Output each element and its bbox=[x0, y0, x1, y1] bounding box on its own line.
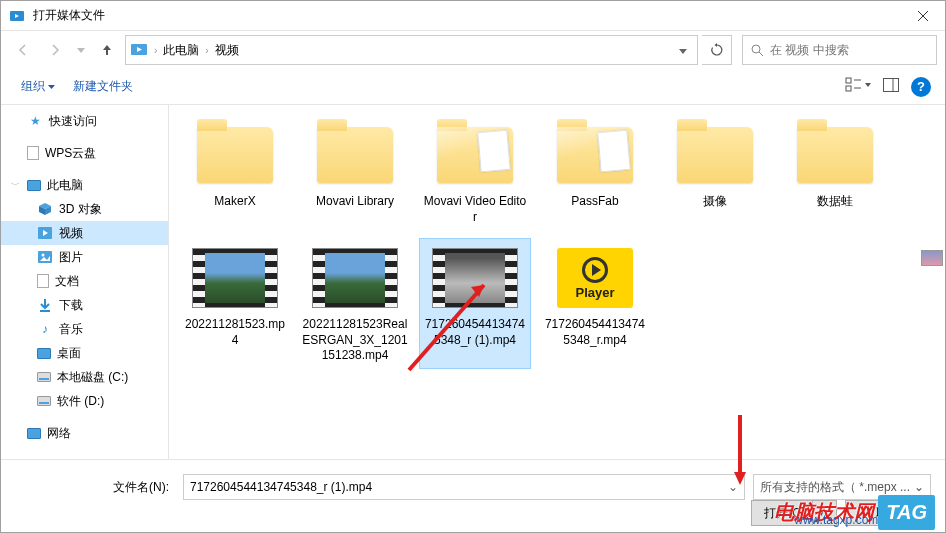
list-item[interactable]: 202211281523.mp4 bbox=[179, 238, 291, 369]
filename-input[interactable]: 7172604544134745348_r (1).mp4⌄ bbox=[183, 474, 745, 500]
drive-icon bbox=[37, 396, 51, 406]
sidebar-item-3d-objects[interactable]: 3D 对象 bbox=[1, 197, 168, 221]
chevron-down-icon[interactable]: ⌄ bbox=[728, 480, 738, 494]
address-bar[interactable]: › 此电脑 › 视频 bbox=[125, 35, 698, 65]
video-file-icon bbox=[192, 248, 278, 308]
sidebar-item-network[interactable]: 网络 bbox=[1, 421, 168, 445]
help-button[interactable]: ? bbox=[911, 77, 931, 97]
document-icon bbox=[37, 274, 49, 288]
wps-icon bbox=[27, 146, 39, 160]
videos-library-icon bbox=[130, 41, 148, 60]
cube-icon bbox=[37, 201, 53, 217]
player-icon: Player bbox=[557, 248, 633, 308]
back-button[interactable] bbox=[9, 36, 37, 64]
title-bar: 打开媒体文件 bbox=[1, 1, 945, 31]
filename-label: 文件名(N): bbox=[15, 479, 175, 496]
address-dropdown[interactable] bbox=[673, 43, 693, 57]
svg-marker-4 bbox=[77, 48, 85, 53]
nav-bar: › 此电脑 › 视频 在 视频 中搜索 bbox=[1, 31, 945, 69]
file-type-filter[interactable]: 所有支持的格式（ *.mepx ...⌄ bbox=[753, 474, 931, 500]
chevron-right-icon[interactable]: › bbox=[205, 45, 208, 56]
organize-button[interactable]: 组织 bbox=[15, 74, 61, 99]
list-item[interactable]: 7172604544134745348_r (1).mp4 bbox=[419, 238, 531, 369]
folder-icon bbox=[557, 127, 633, 183]
list-item[interactable]: Player7172604544134745348_r.mp4 bbox=[539, 238, 651, 369]
app-icon bbox=[9, 8, 25, 24]
sidebar-item-quick-access[interactable]: ★快速访问 bbox=[1, 109, 168, 133]
sidebar-item-disk-d[interactable]: 软件 (D:) bbox=[1, 389, 168, 413]
sidebar: ★快速访问 WPS云盘 ﹀此电脑 3D 对象 视频 图片 文档 下载 ♪音乐 桌… bbox=[1, 105, 169, 459]
video-file-icon bbox=[312, 248, 398, 308]
svg-line-10 bbox=[759, 52, 763, 56]
search-placeholder: 在 视频 中搜索 bbox=[770, 42, 849, 59]
sidebar-item-videos[interactable]: 视频 bbox=[1, 221, 168, 245]
folder-icon bbox=[197, 127, 273, 183]
breadcrumb-this-pc[interactable]: 此电脑 bbox=[163, 42, 199, 59]
music-icon: ♪ bbox=[37, 321, 53, 337]
list-item[interactable]: 202211281523RealESRGAN_3X_1201151238.mp4 bbox=[299, 238, 411, 369]
preview-pane-button[interactable] bbox=[883, 78, 899, 95]
video-icon bbox=[37, 225, 53, 241]
list-item[interactable]: Movavi Library bbox=[299, 115, 411, 230]
bottom-bar: 文件名(N): 7172604544134745348_r (1).mp4⌄ 所… bbox=[1, 459, 945, 533]
folder-icon bbox=[317, 127, 393, 183]
chevron-down-icon: ⌄ bbox=[914, 480, 924, 494]
open-dropdown[interactable]: ▾ bbox=[812, 501, 824, 525]
list-item[interactable]: MakerX bbox=[179, 115, 291, 230]
svg-rect-12 bbox=[846, 78, 851, 83]
cancel-button[interactable]: 取消 bbox=[845, 500, 931, 526]
toolbar: 组织 新建文件夹 ? bbox=[1, 69, 945, 105]
sidebar-item-desktop[interactable]: 桌面 bbox=[1, 341, 168, 365]
close-button[interactable] bbox=[900, 1, 945, 31]
window-title: 打开媒体文件 bbox=[33, 7, 900, 24]
svg-rect-17 bbox=[884, 79, 899, 92]
sidebar-item-downloads[interactable]: 下载 bbox=[1, 293, 168, 317]
drive-icon bbox=[37, 372, 51, 382]
file-list[interactable]: MakerX Movavi Library Movavi Video Edito… bbox=[169, 105, 945, 459]
svg-rect-13 bbox=[846, 86, 851, 91]
sidebar-item-this-pc[interactable]: ﹀此电脑 bbox=[1, 173, 168, 197]
new-folder-button[interactable]: 新建文件夹 bbox=[67, 74, 139, 99]
video-file-icon bbox=[432, 248, 518, 308]
list-item[interactable]: 数据蛙 bbox=[779, 115, 891, 230]
sidebar-item-documents[interactable]: 文档 bbox=[1, 269, 168, 293]
chevron-right-icon[interactable]: › bbox=[154, 45, 157, 56]
monitor-icon bbox=[27, 180, 41, 191]
star-icon: ★ bbox=[27, 113, 43, 129]
sidebar-item-wps[interactable]: WPS云盘 bbox=[1, 141, 168, 165]
sidebar-item-disk-c[interactable]: 本地磁盘 (C:) bbox=[1, 365, 168, 389]
svg-marker-11 bbox=[48, 85, 55, 89]
folder-icon bbox=[677, 127, 753, 183]
up-button[interactable] bbox=[93, 36, 121, 64]
download-icon bbox=[37, 297, 53, 313]
list-item[interactable]: PassFab bbox=[539, 115, 651, 230]
list-item[interactable]: 摄像 bbox=[659, 115, 771, 230]
desktop-icon bbox=[37, 348, 51, 359]
open-button[interactable]: 打开(O)▾ bbox=[751, 500, 837, 526]
svg-point-25 bbox=[42, 254, 45, 257]
picture-icon bbox=[37, 249, 53, 265]
forward-button[interactable] bbox=[41, 36, 69, 64]
search-input[interactable]: 在 视频 中搜索 bbox=[742, 35, 937, 65]
list-item[interactable]: Movavi Video Editor bbox=[419, 115, 531, 230]
svg-marker-8 bbox=[714, 43, 717, 47]
view-mode-button[interactable] bbox=[845, 77, 871, 96]
svg-marker-7 bbox=[679, 49, 687, 54]
search-icon bbox=[751, 44, 764, 57]
svg-point-9 bbox=[752, 45, 760, 53]
svg-marker-16 bbox=[865, 83, 871, 87]
history-dropdown[interactable] bbox=[73, 48, 89, 53]
sidebar-item-music[interactable]: ♪音乐 bbox=[1, 317, 168, 341]
folder-icon bbox=[437, 127, 513, 183]
breadcrumb-videos[interactable]: 视频 bbox=[215, 42, 239, 59]
sidebar-item-pictures[interactable]: 图片 bbox=[1, 245, 168, 269]
preview-thumbnail bbox=[921, 250, 943, 266]
folder-icon bbox=[797, 127, 873, 183]
refresh-button[interactable] bbox=[702, 35, 732, 65]
network-icon bbox=[27, 428, 41, 439]
